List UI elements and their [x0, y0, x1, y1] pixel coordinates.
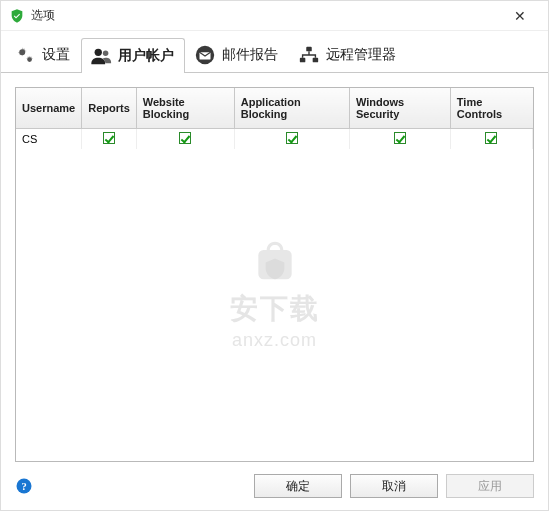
user-accounts-table: Username Reports Website Blocking Applic…	[15, 87, 534, 462]
tab-bar: 设置 用户帐户 邮件报告 远程管理器	[1, 31, 548, 73]
tab-label: 远程管理器	[326, 46, 396, 64]
close-button[interactable]: ✕	[500, 2, 540, 30]
checkbox-icon[interactable]	[179, 132, 191, 144]
title-bar: 选项 ✕	[1, 1, 548, 31]
watermark-text1: 安下载	[230, 290, 320, 328]
button-bar: ? 确定 取消 应用	[1, 462, 548, 510]
cell-reports	[82, 129, 137, 150]
gears-icon	[14, 44, 36, 66]
apply-button[interactable]: 应用	[446, 474, 534, 498]
cancel-button[interactable]: 取消	[350, 474, 438, 498]
col-username[interactable]: Username	[16, 88, 82, 129]
svg-rect-7	[300, 58, 306, 63]
table-row[interactable]: CS	[16, 129, 533, 150]
checkbox-icon[interactable]	[394, 132, 406, 144]
tab-label: 邮件报告	[222, 46, 278, 64]
network-icon	[298, 44, 320, 66]
tab-label: 设置	[42, 46, 70, 64]
checkbox-icon[interactable]	[286, 132, 298, 144]
cell-windows-security	[349, 129, 450, 150]
cell-time-controls	[450, 129, 532, 150]
svg-rect-8	[313, 58, 319, 63]
svg-point-3	[103, 51, 109, 57]
checkbox-icon[interactable]	[103, 132, 115, 144]
content-area: Username Reports Website Blocking Applic…	[1, 73, 548, 462]
tab-remote-manager[interactable]: 远程管理器	[289, 37, 407, 72]
tab-mail-reports[interactable]: 邮件报告	[185, 37, 289, 72]
window-title: 选项	[31, 7, 55, 24]
cell-application-blocking	[234, 129, 349, 150]
tab-settings[interactable]: 设置	[5, 37, 81, 72]
ok-button[interactable]: 确定	[254, 474, 342, 498]
mail-icon	[194, 44, 216, 66]
svg-rect-9	[258, 250, 291, 279]
watermark: 安下载 anxz.com	[230, 236, 320, 351]
bag-icon	[250, 236, 300, 286]
help-icon[interactable]: ?	[15, 477, 33, 495]
app-shield-icon	[9, 8, 25, 24]
users-icon	[90, 45, 112, 67]
col-application-blocking[interactable]: Application Blocking	[234, 88, 349, 129]
col-windows-security[interactable]: Windows Security	[349, 88, 450, 129]
cell-username: CS	[16, 129, 82, 150]
svg-point-2	[95, 49, 102, 56]
svg-rect-6	[306, 47, 312, 52]
svg-text:?: ?	[21, 481, 26, 492]
tab-label: 用户帐户	[118, 47, 174, 65]
tab-user-accounts[interactable]: 用户帐户	[81, 38, 185, 73]
cell-website-blocking	[136, 129, 234, 150]
col-time-controls[interactable]: Time Controls	[450, 88, 532, 129]
col-reports[interactable]: Reports	[82, 88, 137, 129]
col-website-blocking[interactable]: Website Blocking	[136, 88, 234, 129]
table-header-row: Username Reports Website Blocking Applic…	[16, 88, 533, 129]
watermark-text2: anxz.com	[230, 330, 320, 351]
checkbox-icon[interactable]	[485, 132, 497, 144]
